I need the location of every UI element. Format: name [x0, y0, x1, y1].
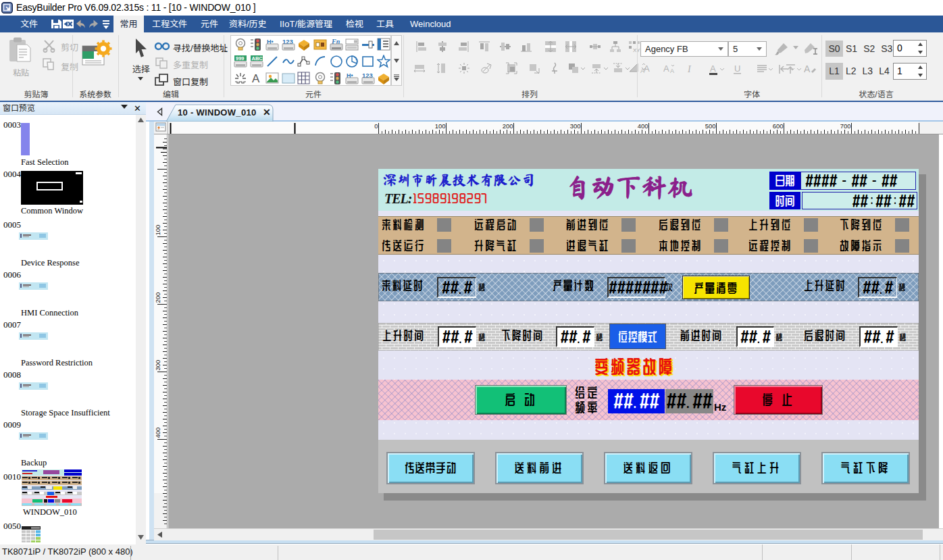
svg-text:700: 700	[840, 122, 851, 130]
svg-text:200: 200	[154, 292, 161, 303]
svg-text:100: 100	[435, 122, 446, 130]
svg-text:400: 400	[154, 428, 161, 438]
svg-text:100: 100	[154, 225, 161, 236]
svg-text:200: 200	[503, 122, 513, 130]
svg-text:A: A	[644, 63, 650, 74]
svg-text:A: A	[710, 63, 716, 74]
svg-text:A: A	[252, 72, 260, 85]
svg-text:A: A	[804, 63, 811, 74]
svg-text:A: A	[670, 68, 674, 74]
svg-text:I: I	[687, 64, 692, 74]
svg-text:300: 300	[570, 122, 581, 130]
svg-text:0: 0	[374, 122, 378, 130]
svg-text:400: 400	[638, 122, 648, 130]
svg-text:300: 300	[154, 360, 161, 371]
svg-text:ABC: ABC	[252, 55, 263, 61]
svg-text:600: 600	[773, 122, 784, 130]
svg-text:A: A	[663, 63, 669, 74]
svg-text:500: 500	[705, 122, 716, 130]
svg-text:U: U	[734, 63, 740, 74]
svg-text:999: 999	[236, 55, 245, 61]
